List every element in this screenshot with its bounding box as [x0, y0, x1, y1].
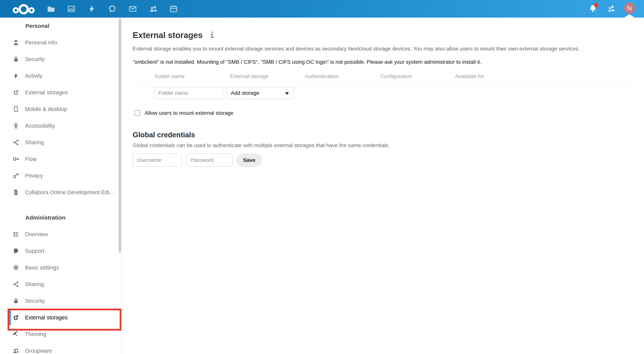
key-icon: [12, 172, 19, 179]
photos-icon[interactable]: [67, 4, 76, 13]
sidebar-section-title: Administration: [0, 209, 122, 226]
sidebar-item-label: Personal info: [25, 39, 57, 46]
sidebar-section-title: Personal: [0, 17, 122, 34]
sidebar-item-security[interactable]: Security: [0, 51, 122, 67]
gear-icon: [12, 264, 19, 271]
table-column-header: Folder name: [155, 73, 230, 79]
paint-roller-icon: [12, 331, 19, 338]
top-navigation-bar: N: [0, 0, 644, 17]
sidebar-item-support[interactable]: Support: [0, 243, 122, 259]
table-header-divider: [133, 82, 633, 82]
phone-icon: [12, 106, 19, 112]
table-column-header: Configuration: [380, 73, 455, 79]
user-icon: [12, 39, 19, 46]
chevron-down-icon: [285, 92, 289, 95]
sidebar-item-privacy[interactable]: Privacy: [0, 167, 122, 184]
sidebar-item-flow[interactable]: Flow: [0, 151, 122, 167]
allow-users-label[interactable]: Allow users to mount external storage: [145, 110, 233, 116]
sidebar-item-label: Theming: [25, 331, 46, 337]
flow-icon: [12, 156, 19, 162]
storage-table-header-row: Folder nameExternal storageAuthenticatio…: [133, 73, 633, 79]
app-launcher-nav: [35, 4, 178, 13]
sidebar-item-label: External storages: [25, 315, 68, 321]
sidebar-item-activity[interactable]: Activity: [0, 67, 122, 84]
sidebar-scrollbar[interactable]: [119, 18, 121, 253]
sidebar-item-security[interactable]: Security: [0, 293, 122, 309]
sidebar-item-accessibility[interactable]: Accessibility: [0, 117, 122, 134]
sidebar-item-label: Overview: [25, 231, 48, 238]
add-storage-dropdown-label: Add storage: [231, 90, 259, 96]
sidebar-item-label: Groupware: [25, 348, 52, 354]
folder-name-input[interactable]: [154, 87, 223, 99]
info-icon[interactable]: i: [210, 31, 214, 39]
talk-icon[interactable]: [108, 4, 116, 13]
contacts-menu-icon[interactable]: [607, 4, 616, 13]
allow-users-checkbox[interactable]: [134, 110, 140, 116]
sidebar-item-external-storages[interactable]: External storages: [0, 84, 122, 101]
table-column-header: Authentication: [305, 73, 380, 79]
allow-users-row: Allow users to mount external storage: [133, 110, 633, 116]
sidebar-item-label: Sharing: [25, 139, 44, 146]
global-credentials-title: Global credentials: [133, 130, 633, 139]
save-button[interactable]: Save: [237, 154, 262, 167]
mail-icon[interactable]: [128, 4, 137, 13]
sidebar-item-sharing[interactable]: Sharing: [0, 134, 122, 151]
external-link-icon: [12, 314, 19, 321]
notifications-bell-icon[interactable]: [588, 4, 598, 13]
section-divider: [133, 128, 633, 128]
document-icon: [12, 189, 19, 196]
chat-icon: [12, 248, 19, 254]
external-storages-panel: External storages i External storage ena…: [122, 17, 644, 354]
sidebar-item-label: Sharing: [25, 281, 44, 288]
nextcloud-settings-page: N PersonalPersonal infoSecurityActivityE…: [0, 0, 644, 354]
bolt-icon: [12, 72, 19, 79]
sidebar-item-label: Security: [25, 56, 45, 62]
sidebar-item-basic-settings[interactable]: Basic settings: [0, 259, 122, 276]
password-input[interactable]: [186, 154, 233, 167]
sidebar-item-mobile-desktop[interactable]: Mobile & desktop: [0, 101, 122, 117]
lock-icon: [12, 56, 19, 63]
username-input[interactable]: [133, 154, 182, 167]
folder-icon[interactable]: [46, 4, 55, 13]
share-icon: [12, 281, 19, 288]
sidebar-item-label: Security: [25, 298, 45, 304]
sidebar-item-label: External storages: [25, 89, 68, 96]
sidebar-item-label: Accessibility: [25, 123, 55, 129]
accessibility-icon: [12, 122, 19, 129]
overview-icon: [12, 231, 19, 238]
sidebar-item-label: Support: [25, 248, 44, 254]
sidebar-item-theming[interactable]: Theming: [0, 326, 122, 343]
sidebar-item-label: Basic settings: [25, 265, 59, 271]
page-title: External storages: [133, 30, 202, 40]
sidebar-item-external-storages[interactable]: External storages: [0, 309, 122, 326]
sidebar-item-label: Mobile & desktop: [25, 106, 67, 112]
smbclient-warning-text: "smbclient" is not installed. Mounting o…: [133, 59, 633, 65]
contacts-icon[interactable]: [149, 4, 158, 13]
sidebar-item-collabora-online-development-edit[interactable]: Collabora Online Development Edit…: [0, 184, 122, 201]
add-storage-dropdown[interactable]: Add storage: [226, 87, 294, 99]
intro-text: External storage enables you to mount ex…: [133, 45, 633, 52]
avatar-popover-caret: [624, 14, 634, 17]
table-column-header: Available for: [455, 73, 633, 79]
sidebar-item-personal-info[interactable]: Personal info: [0, 34, 122, 51]
share-icon: [12, 139, 19, 146]
sidebar-item-groupware[interactable]: Groupware: [0, 343, 122, 354]
global-credentials-description: Global credentials can be used to authen…: [133, 142, 633, 149]
settings-sidebar: PersonalPersonal infoSecurityActivityExt…: [0, 17, 122, 354]
nextcloud-logo-icon[interactable]: [12, 3, 35, 15]
table-column-header: External storage: [230, 73, 305, 79]
sidebar-item-label: Privacy: [25, 173, 43, 179]
external-link-icon: [12, 89, 19, 96]
sidebar-item-label: Activity: [25, 73, 42, 79]
calendar-icon[interactable]: [169, 4, 178, 13]
new-storage-row: Add storage: [133, 87, 633, 99]
sidebar-item-label: Collabora Online Development Edit…: [25, 189, 116, 196]
group-icon: [12, 348, 19, 354]
sidebar-item-overview[interactable]: Overview: [0, 226, 122, 243]
bolt-icon[interactable]: [88, 4, 96, 13]
sidebar-item-label: Flow: [25, 156, 36, 162]
user-avatar[interactable]: N: [624, 2, 635, 14]
notification-unread-dot: [594, 3, 598, 7]
sidebar-item-sharing[interactable]: Sharing: [0, 276, 122, 293]
lock-icon: [12, 298, 19, 304]
